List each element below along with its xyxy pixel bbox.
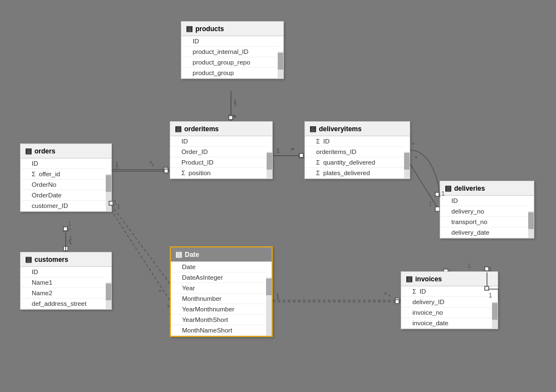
field-date-monthnumber: Monthnumber <box>171 294 266 304</box>
field-deliveries-date: delivery_date <box>440 227 528 238</box>
svg-rect-33 <box>229 116 233 120</box>
svg-text:1: 1 <box>276 147 279 154</box>
table-products-header: ▤ products <box>181 22 283 36</box>
field-date-year: Year <box>171 283 266 294</box>
svg-text:*: * <box>151 162 154 170</box>
svg-text:*: * <box>69 240 72 249</box>
field-date-yearmonthnumber: YearMonthnumber <box>171 304 266 315</box>
table-deliveries[interactable]: ▤ deliveries ID delivery_no transport_no… <box>440 181 534 239</box>
table-deliveryitems-header: ▤ deliveryitems <box>305 122 410 136</box>
svg-rect-19 <box>63 227 68 231</box>
field-products-group-repo: product_group_repo <box>181 57 278 68</box>
svg-rect-12 <box>435 207 440 211</box>
svg-text:1: 1 <box>115 163 119 170</box>
table-date-header: ▤ Date <box>171 247 272 262</box>
field-orders-offer-id: Σ offer_id <box>21 169 106 180</box>
table-deliveryitems-body: Σ ID orderitems_ID Σ quantity_delivered … <box>305 136 410 178</box>
svg-rect-9 <box>299 153 303 158</box>
table-invoices-body: Σ ID delivery_ID invoice_no invoice_date <box>401 286 498 329</box>
svg-text:*: * <box>68 238 71 246</box>
svg-rect-23 <box>395 298 400 302</box>
table-deliveries-header: ▤ deliveries <box>440 181 534 196</box>
table-invoices[interactable]: ▤ invoices Σ ID delivery_ID invoice_no i… <box>401 271 498 329</box>
svg-text:*: * <box>388 292 391 301</box>
field-deliveries-no: delivery_no <box>440 206 528 217</box>
field-orderitems-id: ID <box>170 136 267 147</box>
field-di-plates-delivered: Σ plates_delivered <box>305 168 404 178</box>
field-products-internal-id: product_internal_ID <box>181 47 278 57</box>
svg-rect-56 <box>485 267 489 271</box>
field-date-monthnameshort: MonthNameShort <box>171 325 266 336</box>
svg-text:*: * <box>149 159 152 168</box>
svg-text:*: * <box>415 154 418 163</box>
svg-text:1: 1 <box>115 161 119 167</box>
table-icon: ▤ <box>186 24 193 33</box>
diagram-canvas[interactable]: 1 * 1 * 1 * * 1 * 1 * <box>0 0 556 392</box>
svg-text:*: * <box>69 227 72 234</box>
field-orderitems-product-id: Product_ID <box>170 157 267 168</box>
svg-text:1: 1 <box>277 147 280 154</box>
table-icon: ▤ <box>175 125 181 133</box>
field-di-orderitems-id: orderitems_ID <box>305 147 404 157</box>
field-di-qty-delivered: Σ quantity_delivered <box>305 157 404 168</box>
table-customers-body: ID Name1 Name2 def_address_street <box>21 267 111 309</box>
field-deliveries-id: ID <box>440 196 528 206</box>
svg-text:1: 1 <box>114 199 117 206</box>
svg-text:1: 1 <box>429 200 432 207</box>
field-di-id: Σ ID <box>305 136 404 147</box>
field-customers-name1: Name1 <box>21 277 106 288</box>
svg-text:*: * <box>412 141 415 149</box>
field-orders-orderdate: OrderDate <box>21 190 106 201</box>
table-orders-body: ID Σ offer_id OrderNo OrderDate customer… <box>21 158 111 211</box>
svg-rect-5 <box>164 167 168 172</box>
table-icon: ▤ <box>406 275 412 283</box>
field-customers-address: def_address_street <box>21 299 106 309</box>
table-orderitems[interactable]: ▤ orderitems ID Order_ID Product_ID Σ po… <box>170 121 273 179</box>
table-customers-header: ▤ customers <box>21 252 111 267</box>
svg-text:1: 1 <box>234 100 237 107</box>
field-orders-id: ID <box>21 158 106 169</box>
svg-text:1: 1 <box>117 203 120 210</box>
svg-text:1: 1 <box>68 220 71 227</box>
table-date[interactable]: ▤ Date Date DateAsInteger Year Monthnumb… <box>170 246 273 337</box>
field-date-yearmonthshort: YearMonthShort <box>171 315 266 325</box>
table-products-body: ID product_internal_ID product_group_rep… <box>181 36 283 78</box>
field-invoices-id: Σ ID <box>401 286 492 297</box>
svg-text:*: * <box>384 290 387 299</box>
field-invoices-delivery-id: delivery_ID <box>401 297 492 307</box>
svg-rect-16 <box>63 246 68 251</box>
svg-text:1: 1 <box>69 235 72 241</box>
table-products[interactable]: ▤ products ID product_internal_ID produc… <box>181 21 284 79</box>
field-date-as-integer: DateAsInteger <box>171 272 266 283</box>
svg-rect-41 <box>299 153 303 157</box>
table-invoices-header: ▤ invoices <box>401 272 498 286</box>
table-icon: ▤ <box>25 147 32 155</box>
table-orderitems-header: ▤ orderitems <box>170 122 272 136</box>
field-products-group: product_group <box>181 68 278 78</box>
field-invoices-no: invoice_no <box>401 307 492 318</box>
field-orderitems-order-id: Order_ID <box>170 147 267 157</box>
field-customers-name2: Name2 <box>21 288 106 299</box>
table-customers[interactable]: ▤ customers ID Name1 Name2 def_address_s… <box>20 252 112 310</box>
field-date-date: Date <box>171 262 266 272</box>
svg-text:*: * <box>159 288 161 296</box>
svg-rect-44 <box>435 192 439 196</box>
svg-rect-1 <box>229 115 233 120</box>
table-orderitems-body: ID Order_ID Product_ID Σ position <box>170 136 272 178</box>
table-icon: ▤ <box>175 250 182 259</box>
svg-text:1: 1 <box>276 294 279 300</box>
field-customers-id: ID <box>21 267 106 277</box>
field-invoices-date: invoice_date <box>401 318 492 329</box>
svg-text:*: * <box>233 113 236 121</box>
table-icon: ▤ <box>25 255 32 264</box>
field-products-id: ID <box>181 36 278 47</box>
table-date-body: Date DateAsInteger Year Monthnumber Year… <box>171 262 272 336</box>
svg-text:1: 1 <box>276 292 279 299</box>
table-deliveryitems[interactable]: ▤ deliveryitems Σ ID orderitems_ID Σ qua… <box>304 121 410 179</box>
table-orders[interactable]: ▤ orders ID Σ offer_id OrderNo OrderDate… <box>20 143 112 212</box>
svg-rect-37 <box>164 169 168 173</box>
svg-rect-47 <box>63 227 67 231</box>
table-orders-header: ▤ orders <box>21 144 111 158</box>
table-deliveries-body: ID delivery_no transport_no delivery_dat… <box>440 196 534 238</box>
svg-rect-54 <box>395 300 399 304</box>
